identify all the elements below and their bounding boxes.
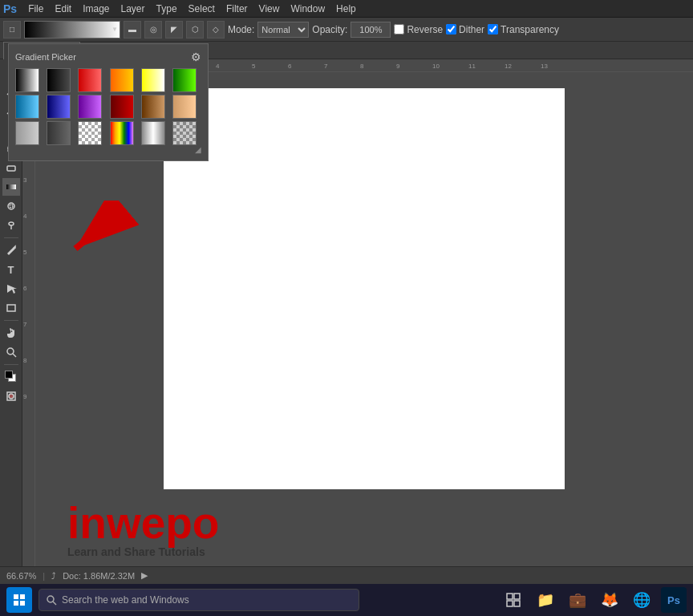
blur-tool[interactable] xyxy=(2,197,20,215)
gradient-swatch-3[interactable] xyxy=(110,68,134,92)
gradient-swatch-5[interactable] xyxy=(172,68,197,92)
menu-edit[interactable]: Edit xyxy=(50,2,76,16)
menu-help[interactable]: Help xyxy=(331,2,361,16)
menu-layer[interactable]: Layer xyxy=(116,2,150,16)
gradient-grid xyxy=(15,68,201,145)
doc-info: Doc: 1.86M/2.32M xyxy=(63,571,135,581)
dither-group: Dither xyxy=(446,24,484,35)
menu-filter[interactable]: Filter xyxy=(221,2,253,16)
taskbar-store[interactable]: 💼 xyxy=(565,587,590,613)
menu-type[interactable]: Type xyxy=(152,2,182,16)
toolbar-square-btn[interactable]: □ xyxy=(3,21,21,38)
ps-taskbar-label: Ps xyxy=(667,594,680,606)
gradient-swatch-16[interactable] xyxy=(141,121,165,145)
ruler-left-6: 6 xyxy=(23,285,26,292)
rectangle-tool[interactable] xyxy=(2,299,20,317)
diamond-gradient-btn[interactable]: ◇ xyxy=(207,21,225,38)
ruler-mark-12: 12 xyxy=(505,63,512,70)
radial-gradient-btn[interactable]: ◎ xyxy=(144,21,162,38)
linear-gradient-btn[interactable]: ▬ xyxy=(124,21,141,38)
taskbar-task-view[interactable] xyxy=(500,587,526,613)
svg-marker-15 xyxy=(7,285,17,294)
hand-tool[interactable] xyxy=(2,324,20,342)
svg-point-20 xyxy=(9,394,14,399)
svg-rect-26 xyxy=(20,601,25,606)
doc-info-arrow[interactable]: ▶ xyxy=(141,570,148,581)
taskbar-file-explorer[interactable]: 📁 xyxy=(533,587,558,613)
svg-point-17 xyxy=(7,348,14,355)
reverse-label[interactable]: Reverse xyxy=(407,24,443,35)
transparency-label[interactable]: Transparency xyxy=(500,24,559,35)
dither-checkbox[interactable] xyxy=(446,24,456,34)
start-button[interactable] xyxy=(6,587,32,613)
reverse-checkbox[interactable] xyxy=(394,24,404,34)
svg-point-27 xyxy=(47,596,54,602)
gradient-tool[interactable] xyxy=(2,178,20,196)
gradient-swatch-7[interactable] xyxy=(47,95,71,119)
zoom-level: 66.67% xyxy=(6,571,36,581)
type-icon: T xyxy=(8,264,14,276)
taskbar-firefox[interactable]: 🦊 xyxy=(597,587,622,613)
mode-select[interactable]: Normal Dissolve Multiply xyxy=(257,22,309,38)
svg-rect-25 xyxy=(14,601,18,606)
ruler-mark-4: 4 xyxy=(216,63,219,70)
gradient-swatch-17[interactable] xyxy=(172,121,197,145)
taskbar-chrome[interactable]: 🌐 xyxy=(629,587,654,613)
angle-gradient-btn[interactable]: ◤ xyxy=(165,21,183,38)
reflected-gradient-btn[interactable]: ⬡ xyxy=(186,21,204,38)
gradient-swatch-4[interactable] xyxy=(141,68,165,92)
dodge-tool[interactable] xyxy=(2,217,20,234)
gradient-swatch-9[interactable] xyxy=(110,95,134,119)
ruler-left-5: 5 xyxy=(23,249,26,256)
taskbar: Search the web and Windows 📁 💼 🦊 🌐 Ps xyxy=(0,584,693,616)
tool-divider-2 xyxy=(4,320,18,321)
zoom-tool[interactable] xyxy=(2,343,20,361)
transparency-checkbox[interactable] xyxy=(488,24,498,34)
gradient-swatch-13[interactable] xyxy=(47,121,71,145)
gradient-swatch-8[interactable] xyxy=(78,95,102,119)
gradient-swatch-2[interactable] xyxy=(78,68,102,92)
picker-settings-icon[interactable]: ⚙ xyxy=(191,51,201,63)
gradient-preview[interactable]: ▼ xyxy=(24,21,120,38)
menu-image[interactable]: Image xyxy=(78,2,114,16)
menubar: Ps File Edit Image Layer Type Select Fil… xyxy=(0,0,693,18)
gradient-swatch-12[interactable] xyxy=(15,121,39,145)
svg-line-22 xyxy=(75,209,124,249)
dither-label[interactable]: Dither xyxy=(459,24,484,35)
foreground-background-colors[interactable] xyxy=(2,368,20,386)
gradient-swatch-11[interactable] xyxy=(172,95,197,119)
picker-header: Gradient Picker ⚙ xyxy=(15,51,201,63)
svg-rect-30 xyxy=(514,594,520,599)
menu-select[interactable]: Select xyxy=(184,2,220,16)
taskbar-ps-icon[interactable]: Ps xyxy=(661,587,687,613)
picker-title: Gradient Picker xyxy=(15,52,76,62)
toolbar: □ ▼ ▬ ◎ ◤ ⬡ ◇ Mode: Normal Dissolve Mult… xyxy=(0,18,693,42)
svg-rect-9 xyxy=(7,166,15,171)
arrow-annotation xyxy=(59,201,140,267)
watermark: inwepo Learn and Share Tutorials xyxy=(67,501,219,558)
ruler-mark-13: 13 xyxy=(541,63,548,70)
ruler-mark-7: 7 xyxy=(324,63,327,70)
document-canvas xyxy=(164,88,565,489)
gradient-swatch-10[interactable] xyxy=(141,95,165,119)
menu-view[interactable]: View xyxy=(254,2,285,16)
opacity-input[interactable] xyxy=(351,22,391,38)
gradient-swatch-0[interactable] xyxy=(15,68,39,92)
tool-divider-1 xyxy=(4,237,18,238)
gradient-swatch-1[interactable] xyxy=(47,68,71,92)
quick-mask-tool[interactable] xyxy=(2,387,20,405)
gradient-swatch-15[interactable] xyxy=(110,121,134,145)
reverse-group: Reverse xyxy=(394,24,443,35)
eraser-tool[interactable] xyxy=(2,159,20,176)
taskbar-search[interactable]: Search the web and Windows xyxy=(38,589,359,611)
pen-tool[interactable] xyxy=(2,241,20,259)
type-tool[interactable]: T xyxy=(2,261,20,278)
share-icon[interactable]: ⤴ xyxy=(51,571,56,581)
menu-window[interactable]: Window xyxy=(286,2,330,16)
gradient-swatch-14[interactable] xyxy=(78,121,102,145)
menu-file[interactable]: File xyxy=(23,2,48,16)
svg-line-18 xyxy=(13,354,16,357)
gradient-swatch-6[interactable] xyxy=(15,95,39,119)
path-select-tool[interactable] xyxy=(2,280,20,298)
picker-resize-handle[interactable]: ◢ xyxy=(15,145,201,154)
